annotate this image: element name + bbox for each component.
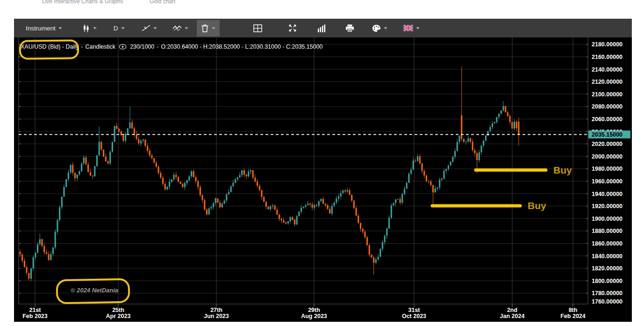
- print-button[interactable]: [345, 24, 354, 32]
- layout-grid-icon: [253, 24, 262, 32]
- page-title-fragment: Live Interactive Charts & Graphs: [42, 0, 123, 4]
- chart-header: XAU/USD (Bid) - Daily - Candlestick 230/…: [21, 43, 323, 50]
- svg-text:1760.00000: 1760.00000: [592, 298, 623, 305]
- visible-candle-count: 230/1000: [130, 43, 154, 50]
- palette-icon: [372, 24, 381, 32]
- svg-text:Feb 2023: Feb 2023: [22, 313, 48, 319]
- color-settings-dropdown[interactable]: [372, 24, 387, 32]
- instrument-dropdown-label: Instrument: [26, 25, 56, 32]
- svg-text:31st: 31st: [408, 307, 420, 313]
- svg-text:27th: 27th: [210, 307, 222, 313]
- chevron-down-icon: [384, 27, 387, 29]
- svg-text:25th: 25th: [112, 307, 124, 313]
- chart-widget: Instrument D: [14, 19, 632, 322]
- trash-icon: [201, 24, 209, 33]
- page-subtitle-fragment: Gold chart: [150, 0, 175, 4]
- svg-text:Oct 2023: Oct 2023: [402, 313, 426, 319]
- instrument-title: XAU/USD (Bid) - Daily: [21, 43, 79, 50]
- buy-annotation-label[interactable]: Buy: [553, 165, 572, 175]
- layout-grid-button[interactable]: [253, 24, 262, 32]
- ohlc-readout: O:2030.64000 - H:2038.52000 - L:2030.310…: [161, 43, 322, 50]
- svg-text:1960.00000: 1960.00000: [592, 178, 623, 185]
- fullscreen-button[interactable]: [288, 24, 297, 32]
- svg-text:21st: 21st: [29, 307, 41, 313]
- svg-text:1780.00000: 1780.00000: [592, 290, 623, 297]
- svg-text:2000.00000: 2000.00000: [592, 153, 623, 160]
- svg-text:2120.00000: 2120.00000: [592, 79, 623, 85]
- indicator-icon: [172, 25, 182, 32]
- delete-drawings-dropdown[interactable]: [197, 20, 220, 36]
- chevron-down-icon: [416, 27, 420, 29]
- svg-text:1920.00000: 1920.00000: [592, 203, 623, 210]
- separator: -: [81, 43, 83, 50]
- candlesticks: [19, 67, 519, 281]
- svg-text:2100.00000: 2100.00000: [592, 91, 623, 98]
- chart-toolbar: Instrument D: [14, 19, 632, 37]
- candlestick-chart-type-icon: [82, 24, 90, 33]
- svg-text:2060.00000: 2060.00000: [592, 116, 623, 123]
- copyright-label: © 2024 NetDania: [71, 287, 118, 294]
- chart-type-dropdown[interactable]: [82, 24, 97, 33]
- svg-text:1820.00000: 1820.00000: [592, 265, 623, 272]
- uk-flag-icon: [403, 25, 413, 31]
- trendline-tool-icon: [142, 24, 150, 32]
- series-type-label: Candlestick: [86, 43, 116, 50]
- instrument-dropdown[interactable]: Instrument: [26, 25, 62, 32]
- indicator-dropdown[interactable]: [172, 25, 188, 32]
- timeframe-dropdown[interactable]: D: [114, 25, 125, 32]
- chevron-down-icon: [212, 27, 215, 29]
- svg-text:2020.00000: 2020.00000: [592, 141, 623, 147]
- svg-text:29th: 29th: [308, 307, 320, 313]
- eye-icon[interactable]: [119, 44, 127, 50]
- svg-text:2nd: 2nd: [507, 307, 517, 313]
- chevron-down-icon: [185, 27, 188, 29]
- svg-text:2180.00000: 2180.00000: [592, 41, 623, 48]
- svg-text:2140.00000: 2140.00000: [592, 66, 623, 73]
- separator: -: [157, 43, 158, 50]
- chevron-down-icon: [93, 27, 97, 29]
- chevron-down-icon: [153, 27, 157, 29]
- chevron-down-icon: [121, 27, 125, 29]
- svg-text:Apr 2023: Apr 2023: [106, 313, 131, 319]
- buy-annotation-label[interactable]: Buy: [528, 200, 546, 211]
- chart-area[interactable]: 2180.000002160.000002140.000002120.00000…: [14, 37, 632, 322]
- chart-canvas[interactable]: 2180.000002160.000002140.000002120.00000…: [14, 37, 632, 322]
- language-dropdown[interactable]: [403, 25, 420, 31]
- svg-text:1800.00000: 1800.00000: [592, 278, 623, 284]
- svg-text:1900.00000: 1900.00000: [592, 216, 623, 222]
- svg-text:1840.00000: 1840.00000: [592, 253, 623, 260]
- svg-text:8th: 8th: [569, 307, 578, 313]
- last-price-tag-value: 2035.15000: [592, 131, 623, 138]
- timeframe-dropdown-label: D: [114, 25, 118, 32]
- chevron-down-icon: [58, 27, 62, 29]
- svg-text:Feb 2024: Feb 2024: [560, 313, 586, 319]
- svg-text:1980.00000: 1980.00000: [592, 166, 623, 172]
- svg-text:2160.00000: 2160.00000: [592, 54, 623, 60]
- svg-text:Jan 2024: Jan 2024: [500, 313, 525, 319]
- svg-text:2080.00000: 2080.00000: [592, 103, 623, 110]
- svg-text:Jun 2023: Jun 2023: [204, 313, 229, 319]
- fullscreen-icon: [288, 24, 297, 32]
- svg-text:1860.00000: 1860.00000: [592, 240, 623, 247]
- volume-bars-icon: [317, 24, 326, 32]
- printer-icon: [345, 24, 354, 32]
- trendline-tool-dropdown[interactable]: [142, 24, 157, 32]
- svg-text:1880.00000: 1880.00000: [592, 228, 623, 234]
- svg-text:Aug 2023: Aug 2023: [301, 313, 327, 319]
- browser-page-text-clipped: Live Interactive Charts & Graphs Gold ch…: [0, 0, 644, 4]
- volume-bars-button[interactable]: [317, 24, 326, 32]
- svg-text:1940.00000: 1940.00000: [592, 191, 623, 197]
